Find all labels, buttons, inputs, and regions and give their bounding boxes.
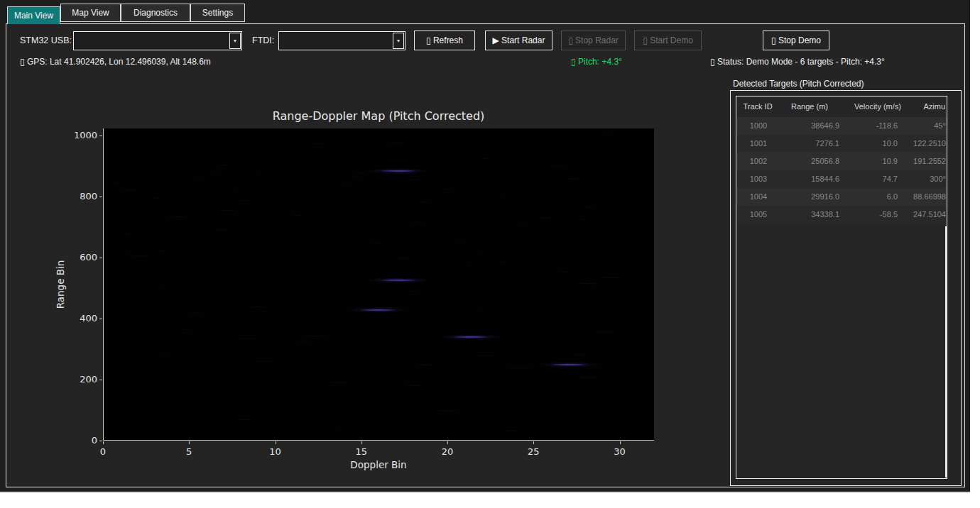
noise-speck — [201, 171, 227, 172]
y-tick-mark — [99, 197, 102, 197]
chevron-down-icon: ▼ — [233, 38, 238, 43]
noise-speck — [284, 215, 310, 216]
noise-speck — [481, 158, 491, 159]
noise-speck — [596, 277, 626, 278]
noise-speck — [362, 242, 390, 243]
noise-speck — [584, 368, 606, 368]
plot-area — [103, 128, 654, 441]
noise-speck — [312, 143, 325, 144]
cell-azimuth: 247.5104 — [910, 206, 946, 223]
noise-speck — [245, 307, 270, 307]
column-header-track-id[interactable]: Track ID — [738, 96, 778, 116]
ftdi-combo-arrow-button[interactable]: ▼ — [393, 33, 404, 49]
targets-table[interactable]: Track ID Range (m) Velocity (m/s) Azimu … — [736, 96, 947, 479]
noise-speck — [109, 265, 141, 267]
noise-speck — [498, 431, 524, 431]
noise-speck — [350, 177, 364, 177]
noise-speck — [541, 285, 551, 286]
cell-velocity: -118.6 — [849, 117, 908, 135]
noise-speck — [570, 354, 588, 355]
noise-speck — [538, 165, 577, 166]
noise-speck — [148, 352, 178, 353]
y-tick-label: 800 — [64, 191, 97, 201]
stop-radar-button[interactable]: ▯ Stop Radar — [561, 31, 626, 50]
noise-speck — [400, 385, 426, 386]
table-scrollbar[interactable] — [945, 226, 947, 477]
noise-speck — [374, 307, 409, 308]
noise-speck — [590, 331, 618, 333]
tab-map-view[interactable]: Map View — [60, 4, 121, 22]
tab-settings-label: Settings — [202, 8, 233, 18]
column-header-azimuth[interactable]: Azimu — [910, 96, 945, 116]
ftdi-combobox[interactable]: ▼ — [278, 31, 405, 50]
stop-demo-button[interactable]: ▯ Stop Demo — [763, 31, 829, 50]
tab-settings[interactable]: Settings — [190, 4, 245, 22]
noise-speck — [501, 368, 538, 368]
noise-speck — [207, 402, 215, 403]
noise-speck — [546, 409, 554, 410]
table-row[interactable]: 1003 15844.6 74.7 300° — [737, 170, 947, 188]
x-axis-label: Doppler Bin — [201, 459, 556, 470]
stm32-combo-arrow-button[interactable]: ▼ — [229, 33, 241, 49]
tab-main-view[interactable]: Main View — [7, 6, 60, 24]
table-row[interactable]: 1000 38646.9 -118.6 45° — [737, 117, 947, 135]
noise-speck — [106, 141, 130, 143]
noise-speck — [109, 182, 125, 183]
x-tick-mark — [103, 441, 104, 444]
start-demo-button[interactable]: ▯ Start Demo — [634, 31, 702, 50]
tab-diagnostics[interactable]: Diagnostics — [121, 4, 190, 22]
noise-speck — [404, 291, 425, 292]
noise-speck — [413, 364, 437, 365]
noise-speck — [185, 180, 211, 181]
target-streak — [537, 362, 601, 368]
target-streak — [346, 307, 410, 313]
column-header-range[interactable]: Range (m) — [780, 96, 839, 116]
noise-speck — [533, 217, 557, 219]
cell-range: 25056.8 — [781, 153, 839, 170]
noise-speck — [122, 234, 133, 235]
noise-speck — [468, 355, 502, 356]
refresh-button[interactable]: ▯ Refresh — [414, 31, 475, 50]
noise-speck — [570, 283, 604, 284]
noise-speck — [555, 272, 572, 272]
cell-track-id: 1005 — [739, 206, 778, 223]
x-tick-label: 30 — [606, 446, 634, 457]
target-streak — [366, 277, 430, 283]
cell-track-id: 1001 — [739, 135, 778, 153]
noise-speck — [396, 258, 411, 258]
noise-speck — [549, 418, 561, 419]
table-row[interactable]: 1004 29916.0 6.0 88.66998 — [737, 188, 947, 206]
y-tick-mark — [99, 380, 102, 380]
noise-speck — [476, 254, 484, 255]
table-row[interactable]: 1002 25056.8 10.9 191.2552 — [737, 153, 947, 170]
noise-speck — [324, 382, 354, 383]
cell-azimuth: 88.66998 — [910, 188, 946, 206]
start-radar-button[interactable]: ▶ Start Radar — [485, 31, 552, 50]
noise-speck — [246, 361, 282, 362]
noise-speck — [589, 135, 623, 136]
tab-diagnostics-label: Diagnostics — [134, 8, 178, 18]
targets-table-header: Track ID Range (m) Velocity (m/s) Azimu — [736, 96, 947, 116]
noise-speck — [407, 180, 422, 180]
demo-status-text: ▯ Status: Demo Mode - 6 targets - Pitch:… — [710, 57, 885, 67]
x-tick-mark — [189, 441, 190, 444]
gps-status-text: ▯ GPS: Lat 41.902426, Lon 12.496039, Alt… — [20, 57, 211, 67]
table-row[interactable]: 1001 7276.1 10.0 122.2510 — [737, 135, 947, 153]
noise-speck — [421, 289, 440, 290]
chevron-down-icon: ▼ — [396, 38, 401, 43]
noise-speck — [518, 203, 542, 204]
cell-velocity: 10.9 — [849, 153, 908, 170]
noise-speck — [498, 242, 503, 243]
y-tick-label: 200 — [64, 374, 97, 385]
cell-range: 38646.9 — [781, 117, 839, 135]
x-tick-mark — [276, 441, 276, 444]
stm32-usb-combobox[interactable]: ▼ — [73, 31, 242, 50]
table-row[interactable]: 1005 34338.1 -58.5 247.5104 — [737, 206, 947, 223]
cell-track-id: 1002 — [739, 153, 778, 170]
noise-speck — [577, 219, 588, 220]
y-tick-mark — [99, 441, 102, 441]
column-header-velocity[interactable]: Velocity (m/s) — [849, 96, 907, 116]
noise-speck — [438, 302, 448, 304]
noise-speck — [383, 179, 405, 180]
noise-speck — [523, 233, 538, 233]
